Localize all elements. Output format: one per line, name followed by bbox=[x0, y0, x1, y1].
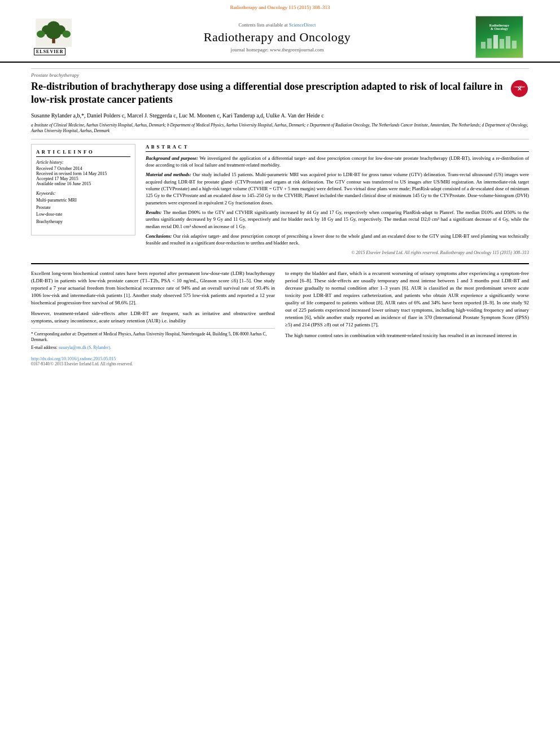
history-label: Article history: bbox=[36, 160, 130, 165]
svg-rect-11 bbox=[500, 39, 504, 49]
body-para-1: Excellent long-term biochemical control … bbox=[31, 270, 275, 307]
elsevier-tree-icon bbox=[34, 19, 73, 47]
crossmark-badge: ✕ CrossMark bbox=[511, 80, 529, 98]
cover-chart-icon bbox=[478, 30, 520, 50]
results-text: The median D90% to the GTV and CTVHIR si… bbox=[146, 209, 529, 229]
svg-rect-5 bbox=[52, 38, 55, 43]
abstract-results: Results: The median D90% to the GTV and … bbox=[146, 209, 529, 230]
abstract-copyright: © 2015 Elsevier Ireland Ltd. All rights … bbox=[146, 250, 529, 255]
article-body: Excellent long-term biochemical control … bbox=[0, 264, 560, 373]
background-text: We investigated the application of a dif… bbox=[146, 155, 529, 168]
doi-link[interactable]: http://dx.doi.org/10.1016/j.radonc.2015.… bbox=[31, 356, 116, 361]
section-tag: Prostate brachytherapy bbox=[31, 68, 529, 78]
elsevier-text: ELSEVIER bbox=[34, 48, 65, 55]
svg-rect-13 bbox=[512, 41, 517, 49]
footer-copyright: 0167-8140/© 2015 Elsevier Ireland Ltd. A… bbox=[31, 361, 275, 366]
article-info-box: A R T I C L E I N F O Article history: R… bbox=[31, 144, 135, 235]
svg-point-4 bbox=[46, 29, 60, 39]
journal-title-area: Contents lists available at ScienceDirec… bbox=[79, 22, 475, 53]
journal-cover: Radiotherapy& Oncology bbox=[475, 16, 526, 58]
cover-title: Radiotherapy& Oncology bbox=[489, 24, 509, 30]
keyword-1: Multi-parametric MRI bbox=[36, 198, 77, 203]
contents-line: Contents lists available at ScienceDirec… bbox=[79, 22, 475, 28]
footer-links-area: http://dx.doi.org/10.1016/j.radonc.2015.… bbox=[31, 355, 275, 366]
keyword-4: Brachytherapy bbox=[36, 219, 63, 224]
article-title: Re-distribution of brachytherapy dose us… bbox=[31, 80, 529, 107]
keywords-list: Multi-parametric MRI Prostate Low-dose-r… bbox=[36, 197, 130, 226]
affiliations: a Institute of Clinical Medicine, Aarhus… bbox=[31, 123, 529, 139]
abstract-conclusions: Conclusions: Our risk adaptive target- a… bbox=[146, 233, 529, 247]
conclusions-label: Conclusions: bbox=[146, 233, 172, 239]
body-right-column: to empty the bladder and flare, which is… bbox=[285, 270, 529, 367]
page: Radiotherapy and Oncology 115 (2015) 308… bbox=[0, 0, 560, 747]
svg-point-7 bbox=[62, 30, 71, 38]
svg-rect-10 bbox=[493, 35, 498, 49]
elsevier-logo: ELSEVIER bbox=[34, 19, 79, 55]
conclusions-text: Our risk adaptive target- and dose presc… bbox=[146, 233, 529, 246]
article-info-col: A R T I C L E I N F O Article history: R… bbox=[31, 144, 135, 257]
article-info-title: A R T I C L E I N F O bbox=[36, 149, 130, 157]
journal-header: Radiotherapy and Oncology 115 (2015) 308… bbox=[0, 0, 560, 63]
abstract-title: A B S T R A C T bbox=[146, 144, 529, 152]
body-para-2: However, treatment-related side-effects … bbox=[31, 310, 275, 325]
revised-date: Received in revised form 14 May 2015 bbox=[36, 171, 130, 176]
footnote-email-value[interactable]: susaryla@rm.dk (S. Rylander). bbox=[59, 345, 111, 350]
results-label: Results: bbox=[146, 209, 161, 215]
keyword-3: Low-dose-rate bbox=[36, 212, 63, 217]
article-content: Prostate brachytherapy Re-distribution o… bbox=[0, 63, 560, 263]
journal-logo-left: ELSEVIER bbox=[34, 19, 79, 55]
body-para-4: The high tumor control rates in combinat… bbox=[285, 332, 529, 339]
journal-main-title: Radiotherapy and Oncology bbox=[79, 30, 475, 45]
svg-rect-9 bbox=[487, 38, 492, 49]
keywords-section: Keywords: Multi-parametric MRI Prostate … bbox=[36, 191, 130, 226]
available-date: Available online 16 June 2015 bbox=[36, 181, 130, 186]
authors: Susanne Rylander a,b,*, Daniel Polders c… bbox=[31, 111, 529, 120]
journal-cover-image: Radiotherapy& Oncology bbox=[475, 16, 523, 58]
keywords-label: Keywords: bbox=[36, 191, 130, 196]
abstract-background: Background and purpose: We investigated … bbox=[146, 155, 529, 169]
body-left-column: Excellent long-term biochemical control … bbox=[31, 270, 275, 367]
footnote-star: * Corresponding author at: Department of… bbox=[31, 331, 275, 343]
received-date: Received 7 October 2014 bbox=[36, 166, 130, 171]
footnote-email: E-mail address: susaryla@rm.dk (S. Rylan… bbox=[31, 345, 275, 351]
methods-label: Material and methods: bbox=[146, 172, 191, 177]
crossmark-icon: ✕ CrossMark bbox=[511, 80, 528, 97]
article-meta-area: A R T I C L E I N F O Article history: R… bbox=[31, 144, 529, 257]
journal-citation: Radiotherapy and Oncology 115 (2015) 308… bbox=[34, 5, 526, 10]
svg-point-6 bbox=[37, 30, 45, 38]
article-history: Article history: Received 7 October 2014… bbox=[36, 160, 130, 186]
sciencedirect-link[interactable]: ScienceDirect bbox=[289, 22, 316, 28]
abstract-section: A B S T R A C T Background and purpose: … bbox=[146, 144, 529, 255]
svg-text:CrossMark: CrossMark bbox=[514, 85, 525, 88]
accepted-date: Accepted 17 May 2015 bbox=[36, 176, 130, 181]
svg-rect-8 bbox=[481, 42, 485, 49]
abstract-methods: Material and methods: Our study included… bbox=[146, 171, 529, 206]
keyword-2: Prostate bbox=[36, 205, 51, 210]
footnote-section: * Corresponding author at: Department of… bbox=[31, 328, 275, 351]
svg-rect-12 bbox=[506, 36, 510, 49]
background-label: Background and purpose: bbox=[146, 155, 198, 161]
methods-text: Our study included 15 patients. Multi-pa… bbox=[146, 172, 529, 205]
abstract-col: A B S T R A C T Background and purpose: … bbox=[146, 144, 529, 257]
body-para-3: to empty the bladder and flare, which is… bbox=[285, 270, 529, 329]
journal-homepage: journal homepage: www.thegreenjournal.co… bbox=[79, 47, 475, 53]
